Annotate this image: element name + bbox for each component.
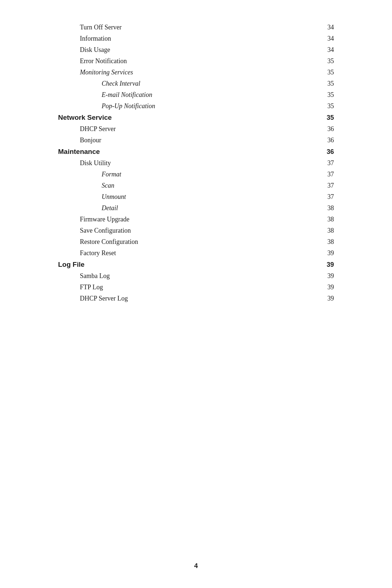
toc-item-label: Network Service (58, 114, 112, 122)
toc-page-number: 39 (327, 249, 334, 257)
list-item: Bonjour36 (58, 135, 334, 146)
toc-page-number: 35 (327, 57, 334, 65)
list-item: Network Service35 (58, 112, 334, 123)
toc-page-number: 35 (327, 91, 334, 99)
list-item: DHCP Server36 (58, 123, 334, 135)
toc-page-number: 34 (327, 46, 334, 54)
list-item: Turn Off Server34 (58, 22, 334, 33)
list-item: Samba Log39 (58, 270, 334, 282)
toc-item-label: Turn Off Server (58, 24, 122, 31)
list-item: Maintenance36 (58, 146, 334, 158)
page-number: 4 (194, 562, 198, 569)
list-item: Error Notification35 (58, 56, 334, 67)
list-item: Scan37 (58, 180, 334, 191)
page-container: Turn Off Server34Information34Disk Usage… (0, 0, 392, 333)
toc-page-number: 39 (327, 272, 334, 280)
toc-page-number: 39 (327, 295, 334, 302)
list-item: Restore Configuration38 (58, 236, 334, 248)
toc-item-label: DHCP Server Log (58, 295, 128, 302)
toc-page-number: 39 (327, 283, 334, 291)
list-item: Factory Reset39 (58, 248, 334, 259)
toc-item-label: Error Notification (58, 57, 127, 65)
toc-item-label: Disk Utility (58, 159, 111, 167)
toc-page-number: 38 (327, 216, 334, 223)
toc-item-label: Check Interval (58, 80, 140, 87)
toc-item-label: Log File (58, 261, 85, 269)
toc-page-number: 38 (327, 204, 334, 212)
toc-page-number: 37 (327, 171, 334, 178)
toc-item-label: Factory Reset (58, 249, 116, 257)
list-item: Format37 (58, 169, 334, 180)
list-item: Check Interval35 (58, 78, 334, 89)
toc-item-label: Restore Configuration (58, 238, 138, 246)
toc-item-label: Bonjour (58, 136, 101, 144)
toc-page-number: 34 (327, 35, 334, 42)
toc-item-label: DHCP Server (58, 125, 116, 133)
toc-page-number: 35 (327, 69, 334, 76)
list-item: Information34 (58, 33, 334, 44)
toc-page-number: 36 (327, 125, 334, 133)
toc-item-label: Pop-Up Notification (58, 102, 155, 110)
toc-page-number: 34 (327, 24, 334, 31)
list-item: DHCP Server Log39 (58, 293, 334, 304)
toc-item-label: Detail (58, 204, 118, 212)
toc-item-label: Samba Log (58, 272, 110, 280)
list-item: Save Configuration38 (58, 225, 334, 236)
toc-page-number: 36 (327, 148, 334, 156)
table-of-contents: Turn Off Server34Information34Disk Usage… (58, 22, 334, 304)
list-item: Pop-Up Notification35 (58, 101, 334, 112)
list-item: Monitoring Services35 (58, 67, 334, 78)
list-item: FTP Log39 (58, 282, 334, 293)
list-item: Firmware Upgrade38 (58, 214, 334, 225)
toc-item-label: Monitoring Services (58, 69, 133, 76)
page-number-footer: 4 (0, 562, 392, 570)
toc-item-label: Disk Usage (58, 46, 110, 54)
toc-item-label: FTP Log (58, 283, 103, 291)
list-item: Log File39 (58, 259, 334, 270)
toc-item-label: Scan (58, 182, 114, 189)
toc-item-label: Format (58, 171, 121, 178)
list-item: Unmount37 (58, 191, 334, 203)
toc-page-number: 37 (327, 159, 334, 167)
toc-item-label: E-mail Notification (58, 91, 152, 99)
toc-item-label: Firmware Upgrade (58, 216, 129, 223)
list-item: Disk Utility37 (58, 158, 334, 169)
toc-page-number: 36 (327, 136, 334, 144)
toc-page-number: 38 (327, 238, 334, 246)
toc-item-label: Unmount (58, 193, 126, 201)
toc-item-label: Information (58, 35, 111, 42)
list-item: Detail38 (58, 203, 334, 214)
toc-item-label: Maintenance (58, 148, 100, 156)
toc-page-number: 35 (327, 114, 334, 122)
toc-page-number: 38 (327, 227, 334, 234)
list-item: Disk Usage34 (58, 44, 334, 56)
toc-page-number: 37 (327, 182, 334, 189)
list-item: E-mail Notification35 (58, 89, 334, 101)
toc-page-number: 35 (327, 102, 334, 110)
toc-page-number: 39 (327, 261, 334, 269)
toc-item-label: Save Configuration (58, 227, 131, 234)
toc-page-number: 37 (327, 193, 334, 201)
toc-page-number: 35 (327, 80, 334, 87)
